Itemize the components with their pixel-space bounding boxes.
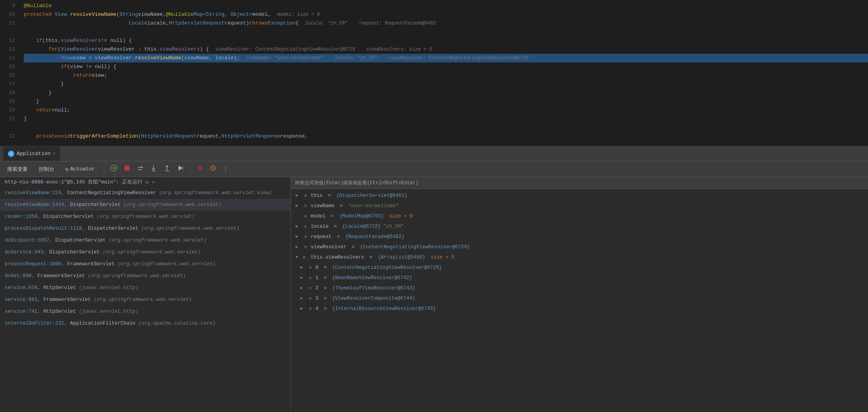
- frame-item-11[interactable]: internalDoFilter:231, ApplicationFilterC…: [0, 318, 291, 329]
- filter-icon[interactable]: ⊟: [146, 179, 149, 185]
- svg-marker-9: [165, 165, 169, 167]
- code-content: @Nullable protected View resolveViewName…: [20, 0, 868, 146]
- variables-hint: 对表达式求值(Enter)或添加监视(Ctrl+Shift+Enter): [295, 180, 418, 186]
- frame-item-3[interactable]: processDispatchResult:1118, DispatcherSe…: [0, 223, 291, 234]
- var-locale[interactable]: ⊙ locale = {Locale@6722} "zh_CN": [291, 221, 868, 232]
- var-icon-viewname: ⊙: [303, 202, 308, 210]
- search-variables-label: 搜索变量: [7, 166, 28, 173]
- thread-info: http-nio-8080-exec-1"@5,145 在组"main": 正在…: [5, 179, 142, 185]
- step-into-button[interactable]: [150, 164, 157, 174]
- code-line-11: Locale locale, HttpServletRequest reques…: [24, 19, 868, 28]
- var-icon-vr-0: ≡: [308, 264, 313, 272]
- expand-vr-1[interactable]: [300, 274, 305, 282]
- var-viewname[interactable]: ⊙ viewName = "user/en/welcome": [291, 201, 868, 211]
- var-vr-4[interactable]: ≡ 4 = {InternalResourceViewResolver@6745…: [291, 304, 868, 314]
- code-line-10: protected View resolveViewName ( String …: [24, 10, 868, 19]
- var-vr-1[interactable]: ≡ 1 = {BeanNameViewResolver@6742}: [291, 273, 868, 283]
- var-viewresolver[interactable]: ≡ viewResolver = {ContentNegotiatingView…: [291, 242, 868, 252]
- expand-vr-0[interactable]: [300, 264, 305, 272]
- clear-all-button[interactable]: [210, 165, 216, 173]
- code-line-19: }: [24, 97, 868, 106]
- code-line-15: if (view != null) {: [24, 62, 868, 71]
- frame-item-0[interactable]: resolveViewName:224, ContentNegotiatingV…: [0, 187, 291, 199]
- actuator-btn[interactable]: ↻ Actuator: [63, 164, 97, 174]
- code-line-17: }: [24, 80, 868, 89]
- var-icon-vr-2: ≡: [308, 284, 313, 292]
- debugger-toolbar: 搜索变量 控制台 ↻ Actuator: [0, 161, 868, 177]
- expand-viewname[interactable]: [296, 202, 300, 210]
- var-vr-3[interactable]: ≡ 3 = {ViewResolverComposite@6744}: [291, 293, 868, 304]
- var-vr-2[interactable]: ≡ 2 = {ThymeleafViewResolver@6743}: [291, 283, 868, 293]
- app-tab-icon: ◎: [8, 151, 14, 157]
- debugger-panel: ◎ Application × 搜索变量 控制台 ↻ Actuator: [0, 146, 868, 412]
- var-viewresolvers[interactable]: ∞ this.viewResolvers = {ArrayList@5480} …: [291, 252, 868, 263]
- expand-this[interactable]: [296, 192, 300, 200]
- code-line-22: private void triggerAfterCompletion ( Ht…: [24, 132, 868, 141]
- var-icon-request: ⊙: [303, 233, 308, 241]
- console-btn[interactable]: 控制台: [36, 164, 57, 174]
- code-line-18: }: [24, 89, 868, 97]
- var-icon-vr-3: ≡: [308, 295, 313, 302]
- var-icon-viewresolver: ≡: [303, 243, 308, 251]
- var-icon-this: ≡: [303, 192, 308, 200]
- variables-header: 对表达式求值(Enter)或添加监视(Ctrl+Shift+Enter): [291, 177, 868, 189]
- frame-item-2[interactable]: render:1350, DispatcherServlet (org.spri…: [0, 211, 291, 223]
- frame-item-7[interactable]: doGet:898, FrameworkServlet (org.springf…: [0, 270, 291, 282]
- code-line-21: }: [24, 115, 868, 123]
- annotation-nullable: @Nullable: [24, 2, 51, 10]
- svg-line-15: [212, 167, 214, 169]
- frame-item-5[interactable]: doService:943, DispatcherServlet (org.sp…: [0, 246, 291, 258]
- variables-panel: 对表达式求值(Enter)或添加监视(Ctrl+Shift+Enter) ≡ t…: [291, 177, 868, 411]
- kw-protected: protected: [24, 10, 51, 19]
- more-button[interactable]: ⋮: [222, 165, 229, 173]
- var-request[interactable]: ⊙ request = {RequestFacade@5462}: [291, 232, 868, 242]
- expand-locale[interactable]: [296, 223, 300, 231]
- editor-area: 9 10 11 12 13 14 15 16 17 18 19 20 21 22…: [0, 0, 868, 146]
- expand-request[interactable]: [296, 233, 300, 241]
- expand-viewresolvers[interactable]: [296, 253, 300, 261]
- frames-panel: http-nio-8080-exec-1"@5,145 在组"main": 正在…: [0, 177, 291, 411]
- var-vr-0[interactable]: ≡ 0 = {ContentNegotiatingViewResolver@67…: [291, 263, 868, 273]
- svg-marker-6: [152, 168, 155, 170]
- frame-item-8[interactable]: service:634, HttpServlet (javax.servlet.…: [0, 282, 291, 294]
- frame-item-6[interactable]: processRequest:1006, FrameworkServlet (o…: [0, 258, 291, 270]
- frames-list[interactable]: resolveViewName:224, ContentNegotiatingV…: [0, 187, 291, 411]
- code-line-16: return view;: [24, 71, 868, 80]
- thread-dropdown[interactable]: ▾: [152, 179, 155, 185]
- code-line-13: for ( ViewResolver viewResolver : this. …: [24, 45, 868, 54]
- frame-item-4[interactable]: doDispatch:1057, DispatcherServlet (org.…: [0, 234, 291, 246]
- stop-button[interactable]: [124, 165, 130, 173]
- variables-list: ≡ this = {DispatcherServlet@5461} ⊙ view…: [291, 189, 868, 411]
- resume-button[interactable]: [110, 164, 118, 174]
- run-to-cursor-button[interactable]: [177, 164, 184, 174]
- expand-vr-3[interactable]: [300, 295, 305, 302]
- mute-breakpoints-button[interactable]: [197, 165, 203, 173]
- code-line-14: View view = viewResolver. resolveViewNam…: [24, 54, 868, 62]
- thread-header: http-nio-8080-exec-1"@5,145 在组"main": 正在…: [0, 177, 291, 187]
- tab-close-button[interactable]: ×: [53, 151, 56, 156]
- search-variables-btn[interactable]: 搜索变量: [5, 164, 30, 174]
- var-icon-vr-4: ≡: [308, 305, 313, 313]
- var-icon-vr-1: ≡: [308, 274, 313, 282]
- var-icon-locale: ⊙: [303, 223, 308, 231]
- actuator-label: Actuator: [70, 166, 95, 172]
- code-line-empty-1: [24, 28, 868, 36]
- expand-viewresolver[interactable]: [296, 243, 300, 251]
- code-line-12: if (this. viewResolvers != null) {: [24, 36, 868, 45]
- var-model[interactable]: ⊙ model = {ModelMap@6703} size = 0: [291, 211, 868, 221]
- application-tab[interactable]: ◎ Application ×: [3, 146, 60, 161]
- var-icon-viewresolvers: ∞: [303, 253, 308, 261]
- code-line-9: @Nullable: [24, 2, 868, 10]
- debugger-content: http-nio-8080-exec-1"@5,145 在组"main": 正在…: [0, 177, 868, 411]
- expand-vr-2[interactable]: [300, 284, 305, 292]
- reload-icon: ↻: [65, 166, 68, 172]
- frame-item-1[interactable]: resolveViewName:1414, DispatcherServlet …: [0, 199, 291, 211]
- step-out-button[interactable]: [163, 164, 171, 174]
- svg-point-13: [198, 166, 203, 170]
- frame-item-10[interactable]: service:741, HttpServlet (javax.servlet.…: [0, 306, 291, 318]
- code-line-empty-2: [24, 123, 868, 132]
- step-over-button[interactable]: [137, 164, 144, 174]
- var-this[interactable]: ≡ this = {DispatcherServlet@5461}: [291, 191, 868, 201]
- frame-item-9[interactable]: service:883, FrameworkServlet (org.sprin…: [0, 294, 291, 306]
- expand-vr-4[interactable]: [300, 305, 305, 313]
